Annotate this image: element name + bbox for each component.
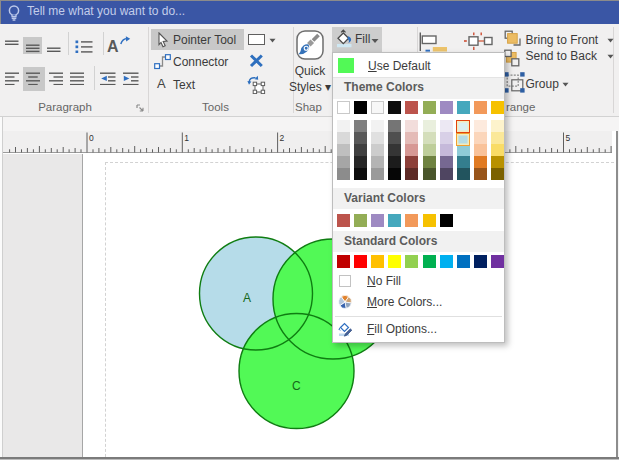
svg-text:5: 5 (566, 133, 571, 143)
svg-text:2: 2 (280, 133, 285, 143)
svg-text:C: C (292, 379, 301, 393)
svg-text:0: 0 (89, 133, 94, 143)
svg-text:A: A (243, 291, 251, 305)
svg-text:1: 1 (184, 133, 189, 143)
